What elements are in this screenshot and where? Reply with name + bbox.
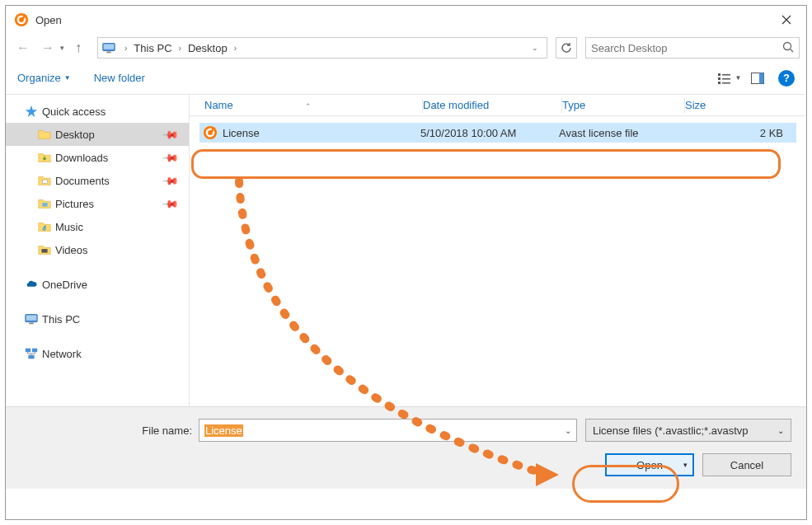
- avast-icon: [14, 12, 29, 27]
- preview-pane-button[interactable]: [744, 68, 772, 89]
- svg-rect-24: [28, 355, 34, 359]
- help-button[interactable]: ?: [778, 70, 795, 87]
- dialog-title: Open: [35, 14, 770, 26]
- folder-icon: [37, 150, 52, 165]
- file-type-filter[interactable]: License files (*.avastlic;*.avastvp ⌄: [585, 419, 791, 442]
- svg-rect-20: [26, 316, 37, 321]
- column-size[interactable]: Size: [685, 99, 766, 111]
- column-name[interactable]: Name⌃: [190, 99, 422, 111]
- crumb-this-pc[interactable]: This PC: [132, 42, 173, 54]
- toolbar: Organize▼ New folder ▼ ?: [6, 62, 806, 95]
- svg-rect-18: [41, 249, 47, 253]
- chevron-right-icon: ›: [174, 44, 186, 53]
- dialog-footer: File name: License ⌄ License files (*.av…: [6, 406, 806, 489]
- file-name-dropdown[interactable]: ⌄: [565, 426, 571, 435]
- file-name-input[interactable]: License ⌄: [199, 419, 577, 442]
- search-box[interactable]: [585, 37, 800, 59]
- svg-rect-5: [104, 45, 115, 49]
- svg-rect-15: [759, 73, 764, 83]
- file-name: License: [223, 127, 260, 139]
- star-icon: [24, 104, 39, 119]
- sidebar-label: OneDrive: [42, 279, 87, 291]
- close-button[interactable]: [770, 8, 803, 31]
- avast-file-icon: [203, 125, 218, 140]
- svg-rect-12: [722, 78, 730, 80]
- folder-icon: [37, 173, 52, 188]
- new-folder-button[interactable]: New folder: [94, 72, 145, 84]
- file-list-pane: Name⌃ Date modified Type Size License 5/…: [190, 95, 806, 406]
- breadcrumb-bar[interactable]: › This PC › Desktop › ⌄: [97, 37, 547, 59]
- breadcrumb-dropdown[interactable]: ⌄: [527, 44, 543, 52]
- svg-rect-23: [32, 349, 37, 353]
- sidebar-item-pictures[interactable]: Pictures 📌: [6, 192, 189, 215]
- this-pc-icon: [24, 312, 39, 326]
- sidebar-item-onedrive[interactable]: OneDrive: [6, 273, 189, 296]
- file-row-license[interactable]: License 5/10/2018 10:00 AM Avast license…: [199, 123, 796, 143]
- sidebar-label: Quick access: [42, 105, 106, 118]
- svg-rect-22: [26, 349, 31, 353]
- navigation-row: ← → ▾ ↑ › This PC › Desktop › ⌄: [6, 34, 806, 62]
- sidebar-item-quick-access[interactable]: Quick access: [6, 100, 189, 123]
- sidebar-item-downloads[interactable]: Downloads 📌: [6, 146, 189, 169]
- navigation-pane: Quick access Desktop 📌 Downloads 📌 Docum…: [6, 95, 190, 406]
- svg-rect-6: [106, 52, 110, 54]
- sort-indicator-icon: ⌃: [305, 102, 312, 110]
- svg-rect-17: [42, 203, 47, 207]
- svg-rect-8: [718, 73, 720, 76]
- folder-icon: [37, 219, 52, 234]
- sidebar-label: Music: [55, 221, 83, 233]
- sidebar-label: Network: [42, 348, 82, 360]
- file-name-label: File name:: [21, 424, 199, 437]
- title-bar: Open: [6, 6, 806, 34]
- file-date: 5/10/2018 10:00 AM: [420, 127, 559, 139]
- forward-button[interactable]: →: [37, 37, 59, 59]
- column-date[interactable]: Date modified: [423, 99, 561, 111]
- sidebar-item-videos[interactable]: Videos: [6, 238, 189, 261]
- svg-rect-11: [722, 74, 730, 76]
- history-dropdown[interactable]: ▾: [60, 44, 64, 52]
- sidebar-item-music[interactable]: Music: [6, 215, 189, 238]
- sidebar-label: Videos: [55, 244, 88, 256]
- sidebar-label: Downloads: [55, 152, 108, 164]
- sidebar-label: Documents: [55, 175, 110, 187]
- network-icon: [24, 346, 39, 361]
- sidebar-item-documents[interactable]: Documents 📌: [6, 169, 189, 192]
- search-input[interactable]: [591, 42, 782, 54]
- crumb-desktop[interactable]: Desktop: [186, 42, 229, 54]
- svg-rect-21: [29, 323, 33, 325]
- organize-menu[interactable]: Organize▼: [17, 72, 71, 84]
- chevron-down-icon: ⌄: [777, 426, 784, 435]
- file-size: 2 KB: [681, 127, 796, 139]
- svg-rect-16: [42, 180, 47, 184]
- refresh-button[interactable]: [556, 37, 577, 59]
- sidebar-label: This PC: [42, 313, 80, 326]
- svg-rect-13: [722, 82, 730, 84]
- sidebar-item-this-pc[interactable]: This PC: [6, 307, 189, 330]
- pin-icon: 📌: [162, 125, 180, 143]
- file-name-value: License: [204, 424, 243, 437]
- svg-point-7: [784, 42, 791, 49]
- onedrive-icon: [24, 277, 39, 292]
- up-button[interactable]: ↑: [68, 37, 89, 59]
- sidebar-label: Desktop: [55, 129, 95, 141]
- column-type[interactable]: Type: [562, 99, 684, 111]
- view-options-button[interactable]: ▼: [716, 68, 744, 89]
- folder-icon: [37, 196, 52, 211]
- pin-icon: 📌: [162, 195, 180, 213]
- svg-rect-9: [718, 77, 720, 80]
- chevron-right-icon: ›: [120, 44, 132, 53]
- this-pc-icon: [101, 40, 116, 55]
- open-split-dropdown[interactable]: ▾: [683, 461, 688, 469]
- sidebar-item-network[interactable]: Network: [6, 342, 189, 365]
- sidebar-item-desktop[interactable]: Desktop 📌: [6, 123, 189, 146]
- folder-icon: [37, 242, 52, 257]
- back-button[interactable]: ←: [12, 37, 34, 59]
- file-type: Avast license file: [559, 127, 681, 139]
- open-button[interactable]: Open ▾: [605, 453, 694, 476]
- pin-icon: 📌: [162, 148, 180, 166]
- column-headers: Name⌃ Date modified Type Size: [190, 95, 806, 116]
- sidebar-label: Pictures: [55, 198, 94, 210]
- cancel-button[interactable]: Cancel: [702, 453, 791, 476]
- svg-rect-10: [718, 82, 720, 84]
- chevron-right-icon: ›: [229, 44, 242, 53]
